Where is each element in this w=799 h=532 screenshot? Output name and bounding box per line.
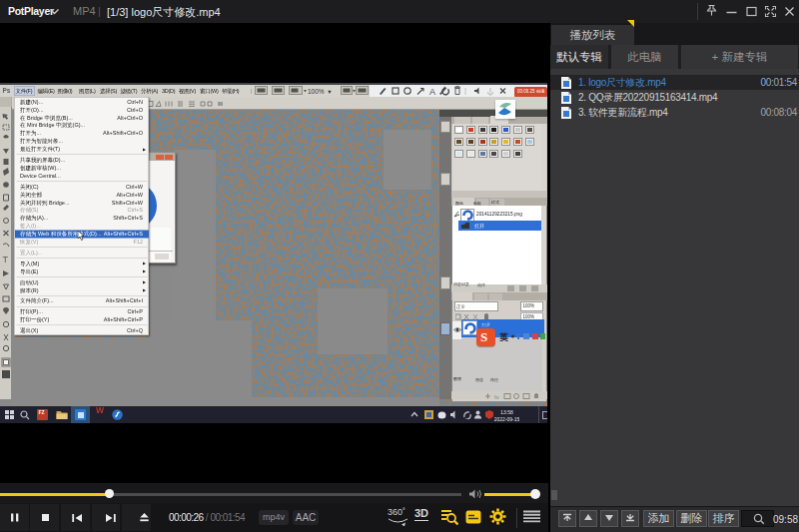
svg-text:T: T <box>3 255 9 265</box>
svg-text:fx: fx <box>494 393 499 399</box>
svg-text:英: 英 <box>499 332 508 342</box>
svg-text:A: A <box>429 87 435 97</box>
